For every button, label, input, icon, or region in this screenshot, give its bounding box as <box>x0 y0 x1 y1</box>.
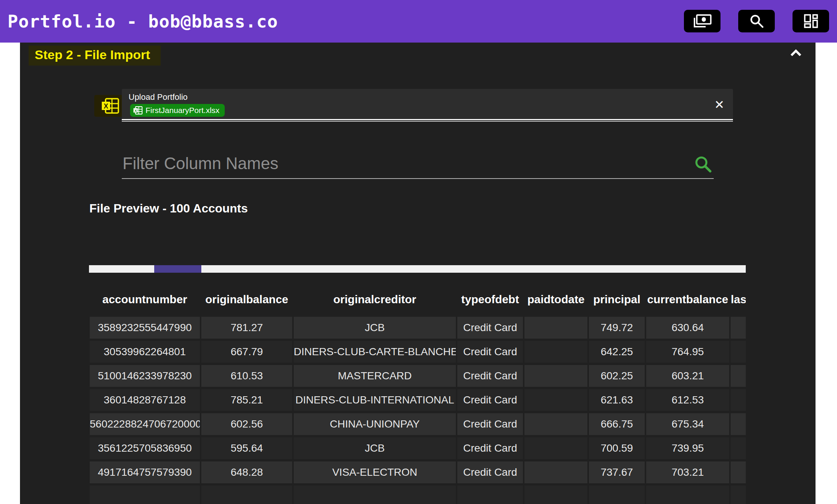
cell: 764.95 <box>645 340 730 364</box>
cell: 3561225705836950 <box>89 436 201 460</box>
cell: VISA-ELECTRON <box>293 460 457 484</box>
cell: 30539962264801 <box>89 340 201 364</box>
dashboard-icon <box>803 13 819 29</box>
preview-table: accountnumberoriginalbalanceoriginalcred… <box>89 289 746 504</box>
payments-button[interactable] <box>684 10 720 32</box>
cell: 675.34 <box>645 412 730 436</box>
table-row: 5100146233978230610.53MASTERCARDCredit C… <box>89 364 746 388</box>
dashboard-button[interactable] <box>793 10 829 32</box>
cell: 603.21 <box>645 364 730 388</box>
cell: 739.95 <box>645 436 730 460</box>
cell <box>89 484 201 504</box>
page: Portfol.io - bob@bbass.co <box>0 0 837 504</box>
table-row: 3589232555447990781.27JCBCredit Card749.… <box>89 316 746 340</box>
cell: 703.21 <box>645 460 730 484</box>
table-row-partial <box>89 484 746 504</box>
cell: 785.21 <box>201 388 293 412</box>
cell: Credit Card <box>457 364 524 388</box>
cell: Credit Card <box>457 460 524 484</box>
horizontal-scrollbar[interactable] <box>89 265 746 273</box>
cell <box>524 388 588 412</box>
cell <box>730 364 746 388</box>
cell <box>201 484 293 504</box>
table-viewport: accountnumberoriginalbalanceoriginalcred… <box>89 289 746 504</box>
cell <box>730 436 746 460</box>
cell: 610.53 <box>201 364 293 388</box>
cell: Credit Card <box>457 412 524 436</box>
scrollbar-thumb[interactable] <box>154 265 201 273</box>
cell: Credit Card <box>457 340 524 364</box>
table-row: 4917164757579390648.28VISA-ELECTRONCredi… <box>89 460 746 484</box>
cell <box>588 484 645 504</box>
cell <box>730 412 746 436</box>
svg-text:X: X <box>104 102 108 110</box>
column-header-paidtodate: paidtodate <box>524 289 588 316</box>
file-import-panel: Step 2 - File Import X Upload Portfolio <box>20 43 816 504</box>
filter-column-input[interactable] <box>122 151 714 179</box>
cell: 602.56 <box>201 412 293 436</box>
cell: 36014828767128 <box>89 388 201 412</box>
table-row: 5602228824706720000602.56CHINA-UNIONPAYC… <box>89 412 746 436</box>
excel-icon-white: X <box>133 106 143 115</box>
cell: 667.79 <box>201 340 293 364</box>
remove-file-button[interactable]: ✕ <box>711 96 728 113</box>
cell: 595.64 <box>201 436 293 460</box>
uploaded-file-name: FirstJanuaryPort.xlsx <box>146 106 219 115</box>
column-header-las: las <box>730 289 746 316</box>
upload-portfolio-label: Upload Portfolio <box>129 92 188 102</box>
app-header: Portfol.io - bob@bbass.co <box>0 0 837 43</box>
cell: 621.63 <box>588 388 645 412</box>
cell: CHINA-UNIONPAY <box>293 412 457 436</box>
svg-text:X: X <box>135 109 137 113</box>
step-title: Step 2 - File Import <box>29 46 161 66</box>
payments-icon <box>693 13 712 29</box>
cell: 749.72 <box>588 316 645 340</box>
cell <box>730 484 746 504</box>
table-row: 36014828767128785.21DINERS-CLUB-INTERNAT… <box>89 388 746 412</box>
cell <box>524 460 588 484</box>
cell: 602.25 <box>588 364 645 388</box>
cell: 737.67 <box>588 460 645 484</box>
cell <box>645 484 730 504</box>
cell: 5100146233978230 <box>89 364 201 388</box>
cell <box>293 484 457 504</box>
filter-search-icon[interactable] <box>694 155 713 174</box>
cell: Credit Card <box>457 388 524 412</box>
column-header-currentbalance: currentbalance <box>645 289 730 316</box>
column-header-originalcreditor: originalcreditor <box>293 289 457 316</box>
cell <box>524 340 588 364</box>
cell: 666.75 <box>588 412 645 436</box>
excel-icon-yellow: X <box>101 97 120 115</box>
cell: 642.25 <box>588 340 645 364</box>
cell: Credit Card <box>457 436 524 460</box>
cell: JCB <box>293 436 457 460</box>
cell <box>730 340 746 364</box>
column-header-originalbalance: originalbalance <box>201 289 293 316</box>
cell: 781.27 <box>201 316 293 340</box>
upload-portfolio-field[interactable]: Upload Portfolio X FirstJanuaryPort.xlsx… <box>122 89 733 119</box>
cell <box>730 460 746 484</box>
cell: DINERS-CLUB-INTERNATIONAL <box>293 388 457 412</box>
table-header-row: accountnumberoriginalbalanceoriginalcred… <box>89 289 746 316</box>
uploaded-file-chip[interactable]: X FirstJanuaryPort.xlsx <box>130 104 225 117</box>
cell <box>457 484 524 504</box>
table-row: 3561225705836950595.64JCBCredit Card700.… <box>89 436 746 460</box>
preview-title: File Preview - 100 Accounts <box>89 202 248 215</box>
cell: 3589232555447990 <box>89 316 201 340</box>
search-button[interactable] <box>738 10 775 32</box>
cell <box>524 436 588 460</box>
cell: DINERS-CLUB-CARTE-BLANCHE <box>293 340 457 364</box>
cell: 648.28 <box>201 460 293 484</box>
cell: 5602228824706720000 <box>89 412 201 436</box>
search-icon <box>749 13 765 29</box>
chevron-up-icon <box>789 49 802 58</box>
app-title: Portfol.io - bob@bbass.co <box>8 11 278 32</box>
cell: 4917164757579390 <box>89 460 201 484</box>
cell: JCB <box>293 316 457 340</box>
cell <box>730 388 746 412</box>
column-header-principal: principal <box>588 289 645 316</box>
column-header-typeofdebt: typeofdebt <box>457 289 524 316</box>
cell <box>730 316 746 340</box>
cell: 612.53 <box>645 388 730 412</box>
collapse-section-button[interactable] <box>785 45 807 61</box>
